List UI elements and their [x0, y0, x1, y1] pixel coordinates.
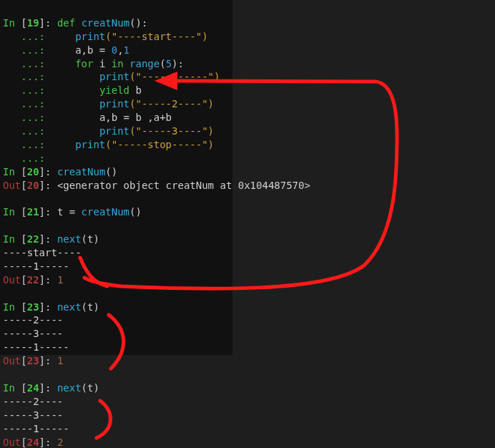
output-prompt: Out[24]: [3, 437, 57, 448]
continuation-dots: ...: [3, 31, 51, 42]
stdout-line: -----2---- [3, 396, 63, 407]
empty-continuation: ...: [3, 152, 45, 164]
input-prompt: In [21]: [3, 206, 57, 218]
stdout-line: -----1----- [3, 423, 69, 434]
output-prompt: Out[20]: [3, 180, 57, 191]
input-prompt: In [19]: [3, 17, 57, 29]
input-prompt: In [24]: [3, 382, 57, 394]
output-value: 2 [57, 437, 63, 448]
stdout-line: -----1----- [3, 260, 69, 272]
generator-repr: <generator object creatNum at 0x10448757… [57, 180, 310, 191]
input-prompt: In [20]: [3, 166, 57, 177]
output-value: 1 [57, 355, 63, 366]
input-prompt: In [22]: [3, 233, 57, 245]
output-prompt: Out[22]: [3, 274, 57, 286]
kw-def: def [57, 17, 75, 29]
kw-yield: yield [99, 84, 129, 96]
output-prompt: Out[23]: [3, 355, 57, 366]
stdout-line: -----1----- [3, 341, 69, 353]
stdout-line: -----2---- [3, 314, 63, 326]
input-prompt: In [23]: [3, 301, 57, 313]
stdout-line: -----3---- [3, 409, 63, 421]
stdout-line: ----start---- [3, 247, 82, 258]
func-name: creatNum [82, 17, 129, 29]
ipython-terminal[interactable]: In [19]: def creatNum(): ...: print("---… [0, 0, 310, 448]
stdout-line: -----3---- [3, 328, 63, 339]
output-value: 1 [57, 274, 63, 286]
